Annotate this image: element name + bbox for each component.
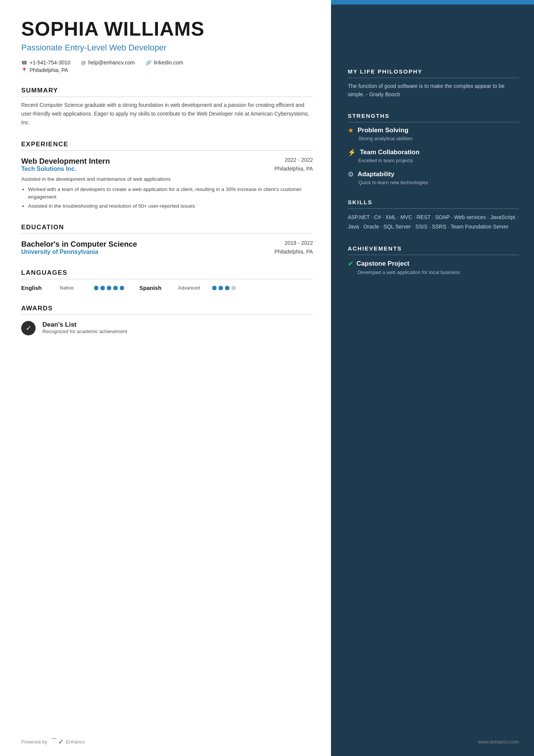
achievement-title-1: Capstone Project <box>356 260 409 268</box>
achievements-title: ACHIEVEMENTS <box>348 245 519 255</box>
skills-title: SKILLS <box>348 199 519 209</box>
strengths-section: STRENGTHS ★ Problem Solving Strong analy… <box>348 113 519 185</box>
job-company: Tech Solutions Inc. <box>21 166 77 172</box>
strength-header-3: ⚙ Adaptability <box>348 170 519 178</box>
strength-item-2: ⚡ Team Collaboration Excelled in team pr… <box>348 148 519 163</box>
job-sub-row: Tech Solutions Inc. Philadelphia, PA <box>21 166 313 172</box>
strength-name-1: Problem Solving <box>358 127 408 134</box>
logo-symbol: ⌒✓ <box>50 737 64 747</box>
location-contact: 📍 Philadelphia, PA <box>21 67 68 73</box>
achievements-section: ACHIEVEMENTS ✔ Capstone Project Develope… <box>348 245 519 275</box>
strength-name-2: Team Collaboration <box>360 149 419 156</box>
edu-location: Philadelphia, PA <box>274 249 313 255</box>
dot-s3 <box>225 286 230 290</box>
phone-icon: ☎ <box>21 60 27 66</box>
summary-title: SUMMARY <box>21 87 313 97</box>
job-bullets-list: Worked with a team of developers to crea… <box>21 186 313 210</box>
footer-brand: Powered by ⌒✓ Enhancv <box>21 737 85 747</box>
awards-title: AWARDS <box>21 305 313 315</box>
email-address: help@enhancv.com <box>88 59 135 66</box>
dot-1 <box>94 286 98 290</box>
languages-title: LANGUAGES <box>21 269 313 279</box>
enhancv-logo: ⌒✓ Enhancv <box>50 737 85 747</box>
job-bullet-2: Assisted in the troubleshooting and reso… <box>28 202 313 210</box>
left-column: SOPHIA WILLIAMS Passionate Entry-Level W… <box>0 0 331 756</box>
linkedin-url: linkedin.com <box>154 59 183 66</box>
dot-s1 <box>212 286 217 290</box>
location-icon: 📍 <box>21 67 27 73</box>
philosophy-text: The function of good software is to make… <box>348 82 519 99</box>
candidate-title: Passionate Entry-Level Web Developer <box>21 43 313 53</box>
footer-website: www.enhancv.com <box>478 739 519 745</box>
lang-spanish-name: Spanish <box>139 285 173 291</box>
edu-sub-row: University of Pennsylvania Philadelphia,… <box>21 249 313 255</box>
strength-item-1: ★ Problem Solving Strong analytical abil… <box>348 126 519 141</box>
strength-desc-2: Excelled in team projects <box>358 158 519 163</box>
strength-desc-3: Quick to learn new technologies <box>358 180 519 185</box>
phone-contact: ☎ +1-541-754-3010 <box>21 59 70 66</box>
education-title: EDUCATION <box>21 224 313 234</box>
edu-header: Bachelor's in Computer Science 2018 - 20… <box>21 240 313 249</box>
strength-header-1: ★ Problem Solving <box>348 126 519 135</box>
language-spanish: Spanish Advanced <box>139 285 236 291</box>
skills-text: ASP.NET · C# · XML · MVC · REST · SOAP ·… <box>348 213 519 232</box>
dot-2 <box>100 286 105 290</box>
job-bullet-1: Worked with a team of developers to crea… <box>28 186 313 201</box>
top-accent-bar <box>331 0 534 5</box>
job-location: Philadelphia, PA <box>274 166 313 172</box>
lang-english-level: Native <box>60 285 86 291</box>
star-icon: ★ <box>348 126 354 135</box>
award-content: Dean's List Recognized for academic achi… <box>42 321 127 334</box>
header-section: SOPHIA WILLIAMS Passionate Entry-Level W… <box>21 18 313 73</box>
edu-degree: Bachelor's in Computer Science <box>21 240 137 249</box>
contact-row-2: 📍 Philadelphia, PA <box>21 67 313 73</box>
phone-number: +1-541-754-3010 <box>30 59 70 66</box>
dot-s4 <box>231 286 236 290</box>
award-title: Dean's List <box>42 321 127 329</box>
achievement-header-1: ✔ Capstone Project <box>348 260 519 268</box>
location-text: Philadelphia, PA <box>30 67 68 73</box>
awards-section: AWARDS ✓ Dean's List Recognized for acad… <box>21 305 313 335</box>
achievement-desc-1: Developed a web application for local bu… <box>358 269 519 275</box>
email-icon: @ <box>81 60 86 66</box>
lang-english-name: English <box>21 285 55 291</box>
languages-row: English Native Spanish Advanced <box>21 285 313 291</box>
lang-spanish-level: Advanced <box>178 285 205 291</box>
achievement-check-icon: ✔ <box>348 260 353 268</box>
job-header: Web Development Intern 2022 - 2022 <box>21 157 313 166</box>
job-dates: 2022 - 2022 <box>284 157 313 163</box>
job-title: Web Development Intern <box>21 157 110 166</box>
contact-row-1: ☎ +1-541-754-3010 @ help@enhancv.com 🔗 l… <box>21 59 313 66</box>
summary-text: Recent Computer Science graduate with a … <box>21 101 313 127</box>
resume-container: SOPHIA WILLIAMS Passionate Entry-Level W… <box>0 0 534 756</box>
dot-4 <box>113 286 118 290</box>
achievement-item-1: ✔ Capstone Project Developed a web appli… <box>348 260 519 275</box>
award-check-icon: ✓ <box>21 321 36 335</box>
strength-item-3: ⚙ Adaptability Quick to learn new techno… <box>348 170 519 185</box>
philosophy-title: MY LIFE PHILOSOPHY <box>348 68 519 78</box>
email-contact: @ help@enhancv.com <box>81 59 135 66</box>
skills-section: SKILLS ASP.NET · C# · XML · MVC · REST ·… <box>348 199 519 232</box>
experience-title: EXPERIENCE <box>21 141 313 151</box>
dot-s2 <box>219 286 223 290</box>
linkedin-contact: 🔗 linkedin.com <box>145 59 183 66</box>
education-section: EDUCATION Bachelor's in Computer Science… <box>21 224 313 255</box>
dot-5 <box>120 286 124 290</box>
philosophy-section: MY LIFE PHILOSOPHY The function of good … <box>348 68 519 99</box>
edu-dates: 2018 - 2022 <box>284 240 313 249</box>
footer: Powered by ⌒✓ Enhancv www.enhancv.com <box>21 737 519 747</box>
award-description: Recognized for academic achievement <box>42 329 127 334</box>
strength-name-3: Adaptability <box>358 171 394 178</box>
experience-section: EXPERIENCE Web Development Intern 2022 -… <box>21 141 313 210</box>
link-icon: 🔗 <box>145 60 151 66</box>
job-description: Assisted in the development and maintena… <box>21 175 313 183</box>
strengths-title: STRENGTHS <box>348 113 519 122</box>
edu-school: University of Pennsylvania <box>21 249 98 255</box>
strength-desc-1: Strong analytical abilities <box>358 136 519 141</box>
summary-section: SUMMARY Recent Computer Science graduate… <box>21 87 313 127</box>
languages-section: LANGUAGES English Native Spanis <box>21 269 313 291</box>
gear-icon: ⚙ <box>348 170 354 178</box>
right-column: MY LIFE PHILOSOPHY The function of good … <box>331 0 534 756</box>
powered-by-text: Powered by <box>21 739 47 745</box>
lang-english-dots <box>94 286 124 290</box>
